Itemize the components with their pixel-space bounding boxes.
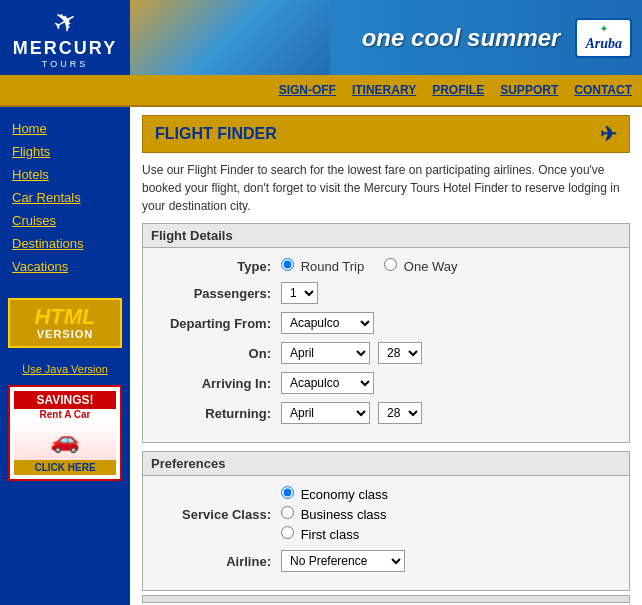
sidebar-item-cruises[interactable]: Cruises: [0, 209, 130, 232]
sidebar-menu: Home Flights Hotels Car Rentals Cruises …: [0, 112, 130, 283]
business-class-radio[interactable]: [281, 506, 294, 519]
logo-text: MERCURY: [13, 39, 117, 59]
economy-class-label[interactable]: Economy class: [281, 486, 388, 502]
arriving-in-row: Arriving In: AcapulcoCancunMexico City: [151, 372, 621, 394]
scrollbar-area[interactable]: [142, 595, 630, 603]
logo-area: ✈ MERCURY TOURS: [0, 0, 130, 75]
logo-subtext: TOURS: [42, 59, 88, 69]
departing-from-row: Departing From: AcapulcoCancunMexico Cit…: [151, 312, 621, 334]
sidebar-item-home[interactable]: Home: [0, 117, 130, 140]
on-day-select[interactable]: 2627282930: [378, 342, 422, 364]
business-class-text: Business class: [301, 507, 387, 522]
economy-class-text: Economy class: [301, 487, 388, 502]
type-row: Type: Round Trip One Way: [151, 258, 621, 274]
nav-sign-off[interactable]: SIGN-OFF: [279, 83, 336, 97]
airline-select[interactable]: No Preference American Airlines Delta Un…: [281, 550, 405, 572]
passengers-select[interactable]: 1234 5678: [281, 282, 318, 304]
arriving-in-label: Arriving In:: [151, 376, 281, 391]
passengers-label: Passengers:: [151, 286, 281, 301]
header-banner: ✈ MERCURY TOURS one cool summer ✦ Aruba: [0, 0, 642, 75]
passengers-controls: 1234 5678: [281, 282, 318, 304]
savings-box: SAVINGS! Rent A Car 🚗 CLICK HERE: [8, 385, 122, 481]
banner-photo: [130, 0, 330, 75]
type-controls: Round Trip One Way: [281, 258, 470, 274]
arriving-in-select[interactable]: AcapulcoCancunMexico City: [281, 372, 374, 394]
html-version-text: HTML: [16, 306, 114, 328]
first-class-label[interactable]: First class: [281, 526, 359, 542]
sidebar-item-flights[interactable]: Flights: [0, 140, 130, 163]
departing-from-controls: AcapulcoCancunMexico City: [281, 312, 374, 334]
returning-day-select[interactable]: 2627282930: [378, 402, 422, 424]
arriving-in-controls: AcapulcoCancunMexico City: [281, 372, 374, 394]
nav-itinerary[interactable]: ITINERARY: [352, 83, 416, 97]
nav-profile[interactable]: PROFILE: [432, 83, 484, 97]
preferences-header: Preferences: [142, 451, 630, 475]
aruba-badge: ✦ Aruba: [575, 18, 632, 58]
returning-month-select[interactable]: JanuaryFebruaryMarch AprilMayJune JulyAu…: [281, 402, 370, 424]
savings-title: SAVINGS!: [14, 391, 116, 409]
round-trip-text: Round Trip: [301, 259, 365, 274]
sidebar-item-vacations[interactable]: Vacations: [0, 255, 130, 278]
airline-label: Airline:: [151, 554, 281, 569]
economy-class-radio[interactable]: [281, 486, 294, 499]
first-class-text: First class: [301, 527, 360, 542]
service-class-label: Service Class:: [151, 507, 281, 522]
nav-support[interactable]: SUPPORT: [500, 83, 558, 97]
sidebar-item-car-rentals[interactable]: Car Rentals: [0, 186, 130, 209]
java-version-link[interactable]: Use Java Version: [0, 363, 130, 375]
first-class-radio[interactable]: [281, 526, 294, 539]
airline-controls: No Preference American Airlines Delta Un…: [281, 550, 405, 572]
nav-bar: SIGN-OFF ITINERARY PROFILE SUPPORT CONTA…: [0, 75, 642, 107]
version-text: VERSION: [16, 328, 114, 340]
service-class-controls: Economy class Business class First class: [281, 486, 388, 542]
one-way-text: One Way: [404, 259, 458, 274]
service-class-row: Service Class: Economy class Business cl…: [151, 486, 621, 542]
savings-car-icon: 🚗: [14, 420, 116, 460]
round-trip-radio[interactable]: [281, 258, 294, 271]
returning-label: Returning:: [151, 406, 281, 421]
departing-from-label: Departing From:: [151, 316, 281, 331]
sidebar: Home Flights Hotels Car Rentals Cruises …: [0, 107, 130, 605]
round-trip-label[interactable]: Round Trip: [281, 258, 376, 274]
passengers-row: Passengers: 1234 5678: [151, 282, 621, 304]
preferences-section: Preferences Service Class: Economy class…: [142, 451, 630, 591]
intro-text: Use our Flight Finder to search for the …: [142, 153, 630, 223]
html-version-box: HTML VERSION: [8, 298, 122, 348]
on-row: On: JanuaryFebruaryMarch AprilMayJune Ju…: [151, 342, 621, 364]
returning-controls: JanuaryFebruaryMarch AprilMayJune JulyAu…: [281, 402, 422, 424]
savings-subtitle: Rent A Car: [14, 409, 116, 420]
sidebar-item-hotels[interactable]: Hotels: [0, 163, 130, 186]
one-way-label[interactable]: One Way: [384, 258, 469, 274]
flight-finder-plane-icon: ✈: [600, 122, 617, 146]
airline-row: Airline: No Preference American Airlines…: [151, 550, 621, 572]
business-class-label[interactable]: Business class: [281, 506, 387, 522]
content-area: FLIGHT FINDER ✈ Use our Flight Finder to…: [130, 107, 642, 605]
flight-finder-header: FLIGHT FINDER ✈: [142, 115, 630, 153]
flight-finder-title: FLIGHT FINDER: [155, 125, 277, 143]
banner-slogan: one cool summer: [362, 24, 561, 52]
returning-row: Returning: JanuaryFebruaryMarch AprilMay…: [151, 402, 621, 424]
nav-contact[interactable]: CONTACT: [574, 83, 632, 97]
main-layout: Home Flights Hotels Car Rentals Cruises …: [0, 107, 642, 605]
one-way-radio[interactable]: [384, 258, 397, 271]
preferences-form: Service Class: Economy class Business cl…: [142, 475, 630, 591]
plane-logo-icon: ✈: [47, 3, 83, 43]
type-label: Type:: [151, 259, 281, 274]
on-controls: JanuaryFebruaryMarch AprilMayJune JulyAu…: [281, 342, 422, 364]
flight-details-header: Flight Details: [142, 223, 630, 247]
savings-click-here[interactable]: CLICK HERE: [14, 460, 116, 475]
on-label: On:: [151, 346, 281, 361]
sidebar-item-destinations[interactable]: Destinations: [0, 232, 130, 255]
banner-image: one cool summer ✦ Aruba: [130, 0, 642, 75]
flight-details-section: Type: Round Trip One Way Passengers:: [142, 247, 630, 443]
on-month-select[interactable]: JanuaryFebruaryMarch AprilMayJune JulyAu…: [281, 342, 370, 364]
departing-from-select[interactable]: AcapulcoCancunMexico City: [281, 312, 374, 334]
